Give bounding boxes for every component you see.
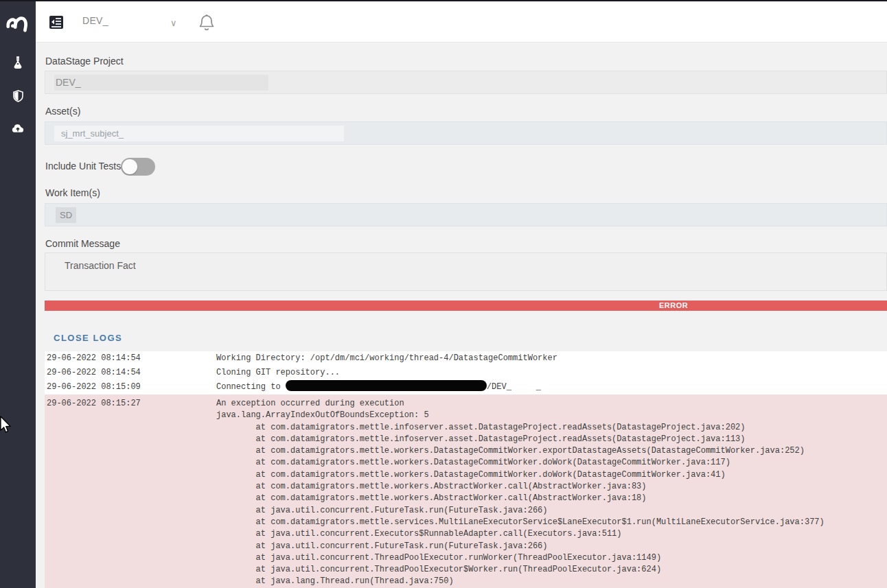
log-panel: 29-06-2022 08:14:54 Working Directory: /…: [45, 351, 887, 588]
datastage-project-label: DataStage Project: [45, 56, 124, 67]
log-timestamp: 29-06-2022 08:14:54: [45, 366, 216, 380]
asset-chip[interactable]: sj_mrt_subject_: [54, 126, 344, 141]
mettle-logo[interactable]: [5, 9, 31, 35]
toggle-knob: [122, 159, 137, 174]
chevron-down-icon[interactable]: ∨: [170, 18, 177, 28]
log-message: Connecting to /DEV_ _: [216, 380, 887, 395]
log-row: 29-06-2022 08:14:54 Working Directory: /…: [45, 351, 887, 366]
datastage-project-field[interactable]: DEV_: [45, 71, 887, 94]
commit-message-textarea[interactable]: Transaction Fact: [45, 252, 887, 291]
log-timestamp: 29-06-2022 08:14:54: [45, 351, 216, 366]
close-logs-link[interactable]: CLOSE LOGS: [54, 333, 122, 343]
work-items-label: Work Item(s): [45, 187, 100, 198]
environment-select-value: DEV_: [82, 15, 108, 26]
log-row: 29-06-2022 08:15:09 Connecting to /DEV_ …: [45, 380, 887, 395]
log-message: Cloning GIT repository...: [216, 366, 887, 380]
error-status-label: ERROR: [659, 301, 688, 309]
error-status-bar: ERROR: [45, 301, 887, 311]
cloud-upload-icon: [12, 124, 24, 133]
assets-label: Asset(s): [45, 106, 80, 117]
app-window: DEV_ ∨ DataStage Project DEV_ Asset(s) s…: [0, 0, 887, 588]
log-message-suffix: /DEV_ _: [487, 382, 541, 392]
bell-icon[interactable]: [199, 14, 214, 32]
menu-toggle-icon[interactable]: [49, 16, 63, 29]
redacted-url-pill: [286, 380, 487, 391]
redacted-highlight: [54, 75, 268, 91]
log-message: Working Directory: /opt/dm/mci/working/t…: [216, 351, 887, 366]
assets-field[interactable]: sj_mrt_subject_: [45, 121, 887, 145]
log-message-prefix: Connecting to: [216, 382, 286, 392]
sidebar-item-security[interactable]: [0, 90, 36, 102]
flask-icon: [12, 56, 23, 69]
top-border-line: [0, 0, 887, 1]
sidebar: [0, 0, 36, 588]
sidebar-item-tests[interactable]: [0, 56, 36, 69]
stack-trace: An exception occurred during execution j…: [216, 398, 887, 588]
log-timestamp: 29-06-2022 08:15:09: [45, 380, 216, 395]
shield-icon: [13, 90, 23, 102]
commit-message-label: Commit Message: [45, 238, 120, 249]
include-unit-tests-toggle[interactable]: [121, 158, 155, 176]
log-timestamp: 29-06-2022 08:15:27: [45, 398, 216, 588]
commit-message-value: Transaction Fact: [65, 260, 136, 271]
include-unit-tests-label: Include Unit Tests: [45, 161, 121, 172]
log-row: 29-06-2022 08:14:54 Cloning GIT reposito…: [45, 366, 887, 380]
log-error-entry: 29-06-2022 08:15:27 An exception occurre…: [45, 395, 887, 588]
datastage-project-value: DEV_: [56, 71, 81, 93]
work-items-field[interactable]: SD: [45, 203, 887, 226]
sidebar-item-deploy[interactable]: [0, 124, 36, 133]
work-item-chip[interactable]: SD: [56, 207, 76, 223]
topbar: DEV_ ∨: [36, 1, 887, 43]
